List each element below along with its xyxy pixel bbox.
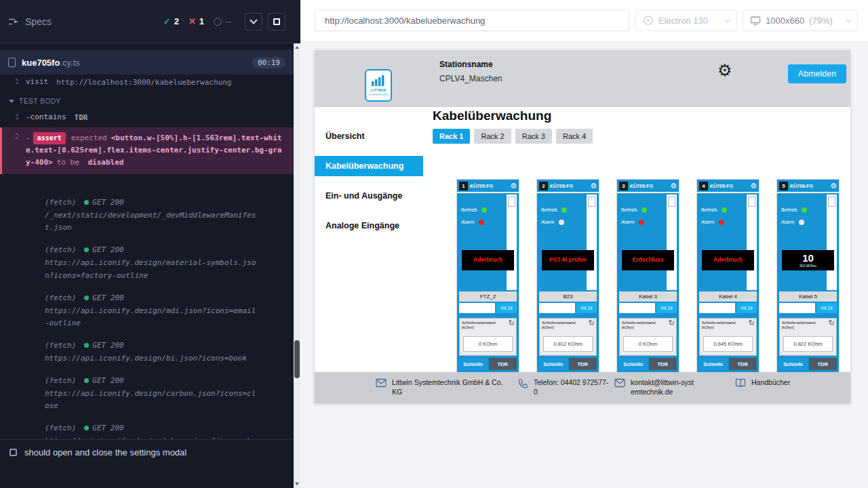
version-row: V4.19 <box>619 303 677 313</box>
resistance-value: 0.645 KOhm <box>703 336 753 352</box>
cable-name: Kabel 3 <box>619 291 677 302</box>
card-model: KÜ705-FO <box>470 184 493 188</box>
failed-assert-command[interactable]: 2 -assertexpected<button.w-[50%].h-[1.56… <box>0 127 294 174</box>
card-side-panel <box>747 195 757 290</box>
phone-icon <box>518 378 528 388</box>
version-row: V4.19 <box>539 303 597 313</box>
betrieb-led <box>802 207 807 213</box>
tdr-button[interactable]: TDR <box>649 358 677 370</box>
alarm-led <box>719 220 724 225</box>
fetch-log-entry[interactable]: (fetch)GET 200 https://api.iconify.desig… <box>0 338 294 369</box>
version-row: V4.19 <box>779 303 837 313</box>
collapse-runner-button[interactable] <box>245 13 262 30</box>
alarm-led <box>559 220 564 225</box>
spec-timer: 00:19 <box>252 57 285 68</box>
device-card-2: 2 KÜ705-FO ⚙ Betrieb Alarm PST-M prüfen … <box>537 180 599 372</box>
sidebar-item-kabelueberwachung[interactable]: Kabelüberwachung <box>315 156 423 176</box>
version-input <box>539 303 576 313</box>
iso-value: 10 <box>802 253 814 264</box>
version-row: V4.19 <box>459 303 517 313</box>
fetch-log-entry[interactable]: (fetch)GET 200 https://api.iconify.desig… <box>0 373 294 416</box>
tab-rack-2[interactable]: Rack 2 <box>474 129 511 144</box>
card-gear-icon[interactable]: ⚙ <box>830 182 837 190</box>
next-test-title[interactable]: should open and close the settings modal <box>0 439 294 465</box>
browser-selector[interactable]: Electron 130 <box>635 9 737 31</box>
measurement-panel: Schleifenwiderstand [kOhm] ↻ 0.822 KOhm <box>779 318 837 356</box>
spec-row[interactable]: kue705fo.cy.ts 00:19 <box>0 50 294 75</box>
schleife-button[interactable]: Schleife <box>699 358 728 370</box>
station-info: Stationsname CPLV4_Maschen <box>439 60 502 83</box>
cypress-reporter: Specs ✓2 ✕1 ◯-- kue705fo.cy.ts 00:19 1 v… <box>0 0 294 488</box>
mail-icon <box>376 378 387 388</box>
tab-rack-1[interactable]: Rack 1 <box>433 129 470 144</box>
status-display: PST-M prüfen <box>542 250 594 270</box>
cable-name: B23 <box>539 291 597 302</box>
card-buttons: Schleife TDR <box>539 358 597 370</box>
tdr-button[interactable]: TDR <box>729 358 757 370</box>
viewport-selector[interactable]: 1000x660 (79%) <box>743 9 858 31</box>
schleife-button[interactable]: Schleife <box>459 358 488 370</box>
specs-menu-button[interactable]: Specs <box>8 16 52 27</box>
status-ok-dot <box>84 343 89 348</box>
card-header: 2 KÜ705-FO ⚙ <box>537 180 599 193</box>
tab-rack-4[interactable]: Rack 4 <box>556 129 593 144</box>
card-number: 4 <box>699 182 708 190</box>
fetch-log-entry[interactable]: (fetch)GET 200 https://api.iconify.desig… <box>0 290 294 333</box>
visit-command[interactable]: 1 visit http://localhost:3000/kabelueber… <box>0 75 294 92</box>
footer-company: Littwin Systemtechnik GmbH & Co. KG <box>376 378 513 396</box>
footer-manuals[interactable]: Handbücher <box>735 378 790 388</box>
check-icon: ✓ <box>163 16 171 26</box>
firmware-version: V4.19 <box>816 303 837 313</box>
fetch-log-entry[interactable]: (fetch)GET 200 https://api.iconify.desig… <box>0 420 294 439</box>
url-input[interactable] <box>315 10 629 30</box>
pending-count: ◯-- <box>214 16 231 26</box>
refresh-icon[interactable]: ↻ <box>749 319 755 327</box>
logout-button[interactable]: Abmelden <box>788 64 846 83</box>
card-side-indicator <box>748 197 755 207</box>
scrollbar-thumb[interactable] <box>294 340 300 378</box>
stop-button[interactable] <box>268 13 285 30</box>
measurement-panel: Schleifenwiderstand [kOhm] ↻ 0 KOhm <box>619 318 677 356</box>
card-number: 1 <box>459 182 468 190</box>
card-gear-icon[interactable]: ⚙ <box>750 182 757 190</box>
sidebar-item-ein-und-ausgaenge[interactable]: Ein- und Ausgänge <box>315 186 423 206</box>
resistance-value: 0.822 KOhm <box>783 336 833 352</box>
tab-rack-3[interactable]: Rack 3 <box>515 129 552 144</box>
schleife-button[interactable]: Schleife <box>539 358 568 370</box>
card-side-panel <box>507 195 517 290</box>
reporter-scrollbar[interactable] <box>294 0 300 488</box>
schleife-button[interactable]: Schleife <box>779 358 808 370</box>
sidebar-item-uebersicht[interactable]: Übersicht <box>315 126 423 146</box>
scroll-up-arrow[interactable] <box>294 43 300 52</box>
refresh-icon[interactable]: ↻ <box>829 319 835 327</box>
settings-gear-icon[interactable]: ⚙ <box>717 62 732 79</box>
scrollbar-track[interactable] <box>294 43 300 488</box>
tdr-button[interactable]: TDR <box>809 358 837 370</box>
card-side-indicator <box>588 197 595 207</box>
card-gear-icon[interactable]: ⚙ <box>670 182 677 190</box>
card-gear-icon[interactable]: ⚙ <box>590 182 597 190</box>
refresh-icon[interactable]: ↻ <box>509 319 515 327</box>
contains-command[interactable]: 1 -contains TDR <box>0 110 294 127</box>
version-input <box>619 303 656 313</box>
specs-menu-icon <box>8 17 20 26</box>
status-ok-dot <box>84 296 89 300</box>
rack-tabs: Rack 1 Rack 2 Rack 3 Rack 4 <box>433 129 593 144</box>
sidebar-item-analoge-eingaenge[interactable]: Analoge Eingänge <box>315 216 423 236</box>
tdr-button[interactable]: TDR <box>569 358 597 370</box>
card-header: 3 KÜ705-FO ⚙ <box>617 180 679 193</box>
chevron-down-icon <box>250 16 257 24</box>
card-model: KÜ705-FO <box>630 184 653 188</box>
card-buttons: Schleife TDR <box>779 358 837 370</box>
refresh-icon[interactable]: ↻ <box>669 319 675 327</box>
status-display: Aderbruch <box>462 250 514 270</box>
scroll-down-arrow[interactable] <box>294 480 300 488</box>
resistance-value: 0 KOhm <box>463 336 513 352</box>
test-body-section[interactable]: TEST BODY <box>0 92 294 110</box>
refresh-icon[interactable]: ↻ <box>589 319 595 327</box>
fetch-log-entry[interactable]: (fetch)GET 200 https://api.iconify.desig… <box>0 242 294 285</box>
card-gear-icon[interactable]: ⚙ <box>510 182 517 190</box>
fetch-log-entry[interactable]: (fetch)GET 200 /_next/static/development… <box>0 195 294 238</box>
schleife-button[interactable]: Schleife <box>619 358 648 370</box>
tdr-button[interactable]: TDR <box>489 358 517 370</box>
